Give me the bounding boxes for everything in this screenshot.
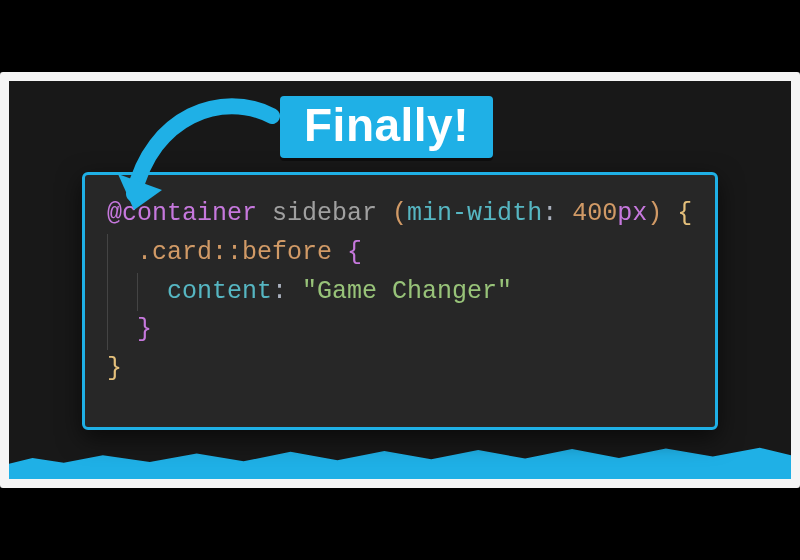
condition-unit: px bbox=[617, 199, 647, 228]
headline-text: Finally! bbox=[304, 99, 469, 151]
condition-property: min-width bbox=[407, 199, 542, 228]
container-name: sidebar bbox=[272, 199, 377, 228]
thumbnail-stage: Finally! @container sidebar (min-width: … bbox=[0, 72, 800, 488]
condition-value: 400 bbox=[572, 199, 617, 228]
css-property: content bbox=[167, 277, 272, 306]
code-line-3: content: "Game Changer" bbox=[107, 273, 693, 312]
brush-stripe bbox=[9, 445, 791, 479]
curved-arrow-icon bbox=[112, 98, 282, 228]
code-line-5: } bbox=[107, 350, 693, 389]
pseudo-element: ::before bbox=[212, 238, 332, 267]
code-line-4: } bbox=[107, 311, 693, 350]
code-line-2: .card::before { bbox=[107, 234, 693, 273]
css-string-value: "Game Changer" bbox=[302, 277, 512, 306]
headline-badge: Finally! bbox=[280, 96, 493, 158]
selector-class: .card bbox=[137, 238, 212, 267]
